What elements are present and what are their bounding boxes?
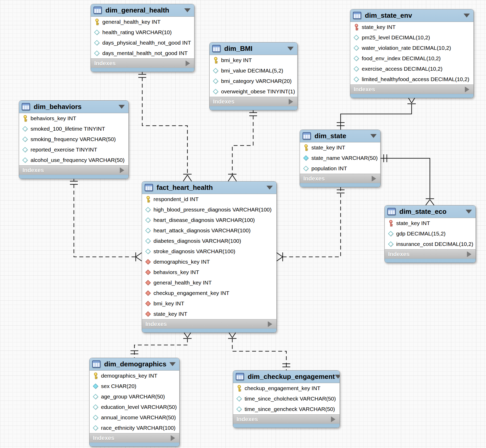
- column-row[interactable]: stroke_diagnosis VARCHAR(100): [142, 246, 276, 257]
- column-row[interactable]: diabetes_diagnosis VARCHAR(100): [142, 236, 276, 246]
- table-dim_BMI[interactable]: dim_BMIbmi_key INTbmi_value DECIMAL(5,2)…: [209, 42, 298, 110]
- collapse-arrow-icon[interactable]: [464, 14, 470, 17]
- column-row[interactable]: overweight_obese TINYINT(1): [210, 86, 297, 97]
- indexes-bar[interactable]: Indexes: [142, 319, 276, 329]
- column-row[interactable]: water_violation_rate DECIMAL(10,2): [350, 43, 473, 53]
- table-dim_behaviors[interactable]: dim_behaviorsbehaviors_key INTsmoked_100…: [19, 100, 129, 179]
- relationship-line[interactable]: [232, 109, 253, 175]
- column-row[interactable]: state_name VARCHAR(50): [300, 153, 380, 163]
- expand-indexes-icon[interactable]: [171, 435, 175, 441]
- indexes-bar[interactable]: Indexes: [350, 84, 473, 94]
- relationship-fact_heart_health-to-dim_checkup_engagement[interactable]: [228, 331, 290, 370]
- relationship-fact_heart_health-to-dim_state[interactable]: [277, 186, 345, 261]
- indexes-bar[interactable]: Indexes: [385, 249, 476, 259]
- column-row[interactable]: state_key INT: [300, 142, 380, 153]
- table-dim_checkup_engagement[interactable]: dim_checkup_engagementcheckup_engagement…: [233, 370, 340, 428]
- relationship-line[interactable]: [74, 178, 136, 257]
- column-row[interactable]: health_rating VARCHAR(10): [91, 27, 194, 38]
- column-row[interactable]: bmi_key INT: [142, 298, 276, 309]
- collapse-arrow-icon[interactable]: [287, 47, 294, 51]
- indexes-bar[interactable]: Indexes: [300, 174, 380, 183]
- collapse-arrow-icon[interactable]: [184, 8, 191, 12]
- column-row[interactable]: age_group VARCHAR(50): [90, 391, 179, 402]
- column-row[interactable]: food_env_index DECIMAL(10,2): [350, 53, 473, 64]
- table-header-dim_BMI[interactable]: dim_BMI: [210, 43, 297, 55]
- relationship-dim_state_env-to-dim_state[interactable]: [337, 97, 416, 130]
- column-row[interactable]: sex CHAR(20): [90, 381, 179, 391]
- column-row[interactable]: smoking_frequency VARCHAR(50): [19, 134, 128, 144]
- column-row[interactable]: respondent_id INT: [142, 194, 276, 204]
- expand-indexes-icon[interactable]: [289, 99, 293, 105]
- column-row[interactable]: demographics_key INT: [142, 257, 276, 267]
- expand-indexes-icon[interactable]: [186, 60, 190, 66]
- column-row[interactable]: general_health_key INT: [91, 17, 194, 27]
- column-row[interactable]: population INT: [300, 163, 380, 174]
- column-row[interactable]: gdp DECIMAL(15,2): [385, 228, 476, 239]
- relationship-line[interactable]: [341, 104, 412, 130]
- column-row[interactable]: heart_disease_diagnosis VARCHAR(100): [142, 215, 276, 225]
- column-row[interactable]: education_level VARCHAR(50): [90, 402, 179, 412]
- column-row[interactable]: state_key INT: [350, 22, 473, 32]
- collapse-arrow-icon[interactable]: [335, 375, 340, 379]
- column-row[interactable]: time_since_cholcheck VARCHAR(50): [233, 393, 340, 404]
- table-dim_demographics[interactable]: dim_demographicsdemographics_key INTsex …: [89, 358, 180, 447]
- collapse-arrow-icon[interactable]: [266, 186, 273, 190]
- collapse-arrow-icon[interactable]: [118, 105, 125, 109]
- column-row[interactable]: time_since_gencheck VARCHAR(50): [233, 404, 340, 414]
- expand-indexes-icon[interactable]: [465, 87, 469, 92]
- column-row[interactable]: checkup_engagement_key INT: [233, 383, 340, 393]
- column-row[interactable]: limited_healthyfood_access DECIMAL(10,2): [350, 74, 473, 84]
- expand-indexes-icon[interactable]: [268, 321, 272, 327]
- column-row[interactable]: pm25_level DECIMAL(10,2): [350, 32, 473, 43]
- table-fact_heart_health[interactable]: fact_heart_healthrespondent_id INThigh_b…: [142, 181, 277, 333]
- column-row[interactable]: smoked_100_lifetime TINYINT: [19, 124, 128, 134]
- expand-indexes-icon[interactable]: [372, 176, 376, 181]
- relationship-dim_general_health-to-fact_heart_health[interactable]: [138, 71, 192, 181]
- indexes-bar[interactable]: Indexes: [91, 58, 194, 68]
- indexes-bar[interactable]: Indexes: [19, 165, 128, 175]
- relationship-line[interactable]: [283, 186, 341, 257]
- table-dim_state_eco[interactable]: dim_state_ecostate_key INTgdp DECIMAL(15…: [384, 205, 476, 263]
- table-header-dim_behaviors[interactable]: dim_behaviors: [19, 101, 128, 113]
- relationship-line[interactable]: [134, 338, 187, 358]
- relationship-line[interactable]: [381, 158, 430, 199]
- column-row[interactable]: reported_exercise TINYINT: [19, 144, 128, 155]
- table-header-dim_general_health[interactable]: dim_general_health: [91, 4, 194, 17]
- column-row[interactable]: general_health_key INT: [142, 277, 276, 288]
- column-row[interactable]: race_ethnicity VARCHAR(100): [90, 423, 179, 433]
- column-row[interactable]: days_mental_health_not_good INT: [91, 48, 194, 58]
- column-row[interactable]: exercise_access DECIMAL(10,2): [350, 64, 473, 74]
- column-row[interactable]: bmi_value DECIMAL(5,2): [210, 65, 297, 76]
- table-header-dim_checkup_engagement[interactable]: dim_checkup_engagement: [233, 371, 340, 383]
- column-row[interactable]: insurance_cost DECIMAL(10,2): [385, 239, 476, 249]
- column-row[interactable]: behaviors_key INT: [19, 113, 128, 124]
- column-row[interactable]: bmi_category VARCHAR(20): [210, 76, 297, 86]
- expand-indexes-icon[interactable]: [120, 167, 124, 173]
- table-dim_general_health[interactable]: dim_general_healthgeneral_health_key INT…: [91, 4, 194, 72]
- indexes-bar[interactable]: Indexes: [90, 433, 179, 443]
- column-row[interactable]: checkup_engagement_key INT: [142, 288, 276, 298]
- table-header-fact_heart_health[interactable]: fact_heart_health: [142, 181, 276, 194]
- column-row[interactable]: state_key INT: [385, 218, 476, 228]
- relationship-dim_behaviors-to-fact_heart_health[interactable]: [70, 178, 142, 261]
- table-header-dim_state_env[interactable]: dim_state_env: [350, 9, 473, 22]
- column-row[interactable]: days_physical_health_not_good INT: [91, 38, 194, 48]
- indexes-bar[interactable]: Indexes: [233, 414, 340, 424]
- relationship-line[interactable]: [142, 71, 187, 175]
- relationship-dim_BMI-to-fact_heart_health[interactable]: [228, 109, 257, 181]
- column-row[interactable]: state_key INT: [142, 309, 276, 319]
- collapse-arrow-icon[interactable]: [169, 362, 176, 366]
- expand-indexes-icon[interactable]: [331, 416, 335, 422]
- collapse-arrow-icon[interactable]: [370, 134, 377, 138]
- table-dim_state[interactable]: dim_statestate_key INTstate_name VARCHAR…: [300, 130, 381, 187]
- indexes-bar[interactable]: Indexes: [210, 97, 297, 106]
- column-row[interactable]: alcohol_use_frequency VARCHAR(50): [19, 155, 128, 165]
- table-header-dim_state_eco[interactable]: dim_state_eco: [385, 205, 476, 218]
- collapse-arrow-icon[interactable]: [466, 210, 472, 214]
- column-row[interactable]: annual_income VARCHAR(50): [90, 412, 179, 423]
- table-dim_state_env[interactable]: dim_state_envstate_key INTpm25_level DEC…: [350, 9, 474, 98]
- column-row[interactable]: high_blood_pressure_diagnosis VARCHAR(10…: [142, 204, 276, 215]
- table-header-dim_demographics[interactable]: dim_demographics: [90, 358, 179, 371]
- expand-indexes-icon[interactable]: [467, 251, 471, 257]
- relationship-dim_state-to-dim_state_eco[interactable]: [381, 154, 434, 205]
